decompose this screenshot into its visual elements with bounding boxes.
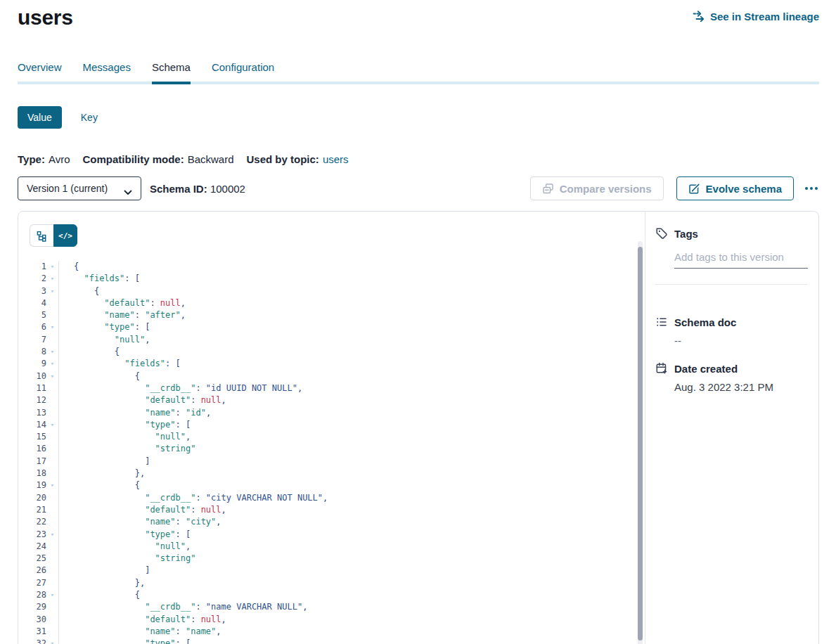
- line-number: 10: [30, 371, 46, 382]
- code-line: 6▾ "type": [: [30, 321, 635, 333]
- code-text: "type": [: [58, 419, 635, 431]
- fold-toggle-icon[interactable]: ▾: [46, 419, 58, 431]
- line-number: 17: [30, 456, 46, 468]
- code-line: 5 "name": "after",: [30, 309, 635, 321]
- line-number: 29: [30, 601, 46, 613]
- fold-toggle-icon: [46, 626, 58, 638]
- fold-toggle-icon[interactable]: ▾: [46, 638, 58, 644]
- schema-sidebar: Tags Schema doc --: [645, 212, 818, 644]
- lineage-link-label: See in Stream lineage: [710, 11, 819, 22]
- code-line: 7 "null",: [30, 334, 635, 346]
- code-line: 17 ]: [30, 456, 635, 468]
- code-text: },: [58, 468, 635, 479]
- line-number: 26: [30, 565, 46, 577]
- more-options-button[interactable]: [804, 183, 819, 194]
- fold-toggle-icon: [46, 297, 58, 309]
- code-text: ]: [58, 456, 635, 468]
- code-line: 10▾ {: [30, 371, 635, 382]
- line-number: 18: [30, 468, 46, 479]
- line-number: 31: [30, 626, 46, 638]
- code-line: 8▾ {: [30, 346, 635, 358]
- schema-doc-section: Schema doc --: [655, 316, 807, 347]
- code-text: "null",: [58, 431, 635, 443]
- code-text: "__crdb__": "name VARCHAR NULL",: [58, 601, 635, 613]
- tab-overview[interactable]: Overview: [18, 61, 62, 82]
- see-in-stream-lineage-link[interactable]: See in Stream lineage: [692, 10, 819, 23]
- line-number: 21: [30, 504, 46, 516]
- fold-toggle-icon: [46, 407, 58, 419]
- evolve-schema-label: Evolve schema: [706, 183, 782, 195]
- line-number: 22: [30, 516, 46, 528]
- fold-toggle-icon: [46, 468, 58, 479]
- code-text: ]: [58, 565, 635, 577]
- code-line: 16 "string": [30, 443, 635, 455]
- line-number: 1: [30, 261, 46, 273]
- version-select[interactable]: Version 1 (current): [18, 176, 141, 200]
- code-text: {: [58, 261, 635, 273]
- key-tab-button[interactable]: Key: [81, 112, 98, 123]
- fold-toggle-icon: [46, 456, 58, 468]
- code-line: 20 "__crdb__": "city VARCHAR NOT NULL",: [30, 492, 635, 504]
- date-created-header: Date created: [655, 362, 807, 375]
- tree-view-button[interactable]: [30, 224, 53, 247]
- line-number: 15: [30, 431, 46, 443]
- code-text: "__crdb__": "id UUID NOT NULL",: [58, 382, 635, 394]
- line-number: 14: [30, 419, 46, 431]
- tags-title: Tags: [674, 228, 698, 240]
- tab-configuration[interactable]: Configuration: [212, 61, 274, 82]
- fold-toggle-icon[interactable]: ▾: [46, 529, 58, 541]
- edit-icon: [688, 183, 700, 195]
- schema-actions: Compare versions Evolve schema: [530, 176, 819, 200]
- calendar-plus-icon: [655, 362, 668, 375]
- date-created-title: Date created: [674, 363, 738, 375]
- code-text: {: [58, 346, 635, 358]
- compare-versions-button[interactable]: Compare versions: [530, 176, 664, 200]
- fold-toggle-icon: [46, 394, 58, 406]
- code-text: "default": null,: [58, 504, 635, 516]
- page-title: users: [18, 4, 73, 31]
- fold-toggle-icon[interactable]: ▾: [46, 261, 58, 273]
- code-line: 22 "name": "city",: [30, 516, 635, 528]
- schema-meta-row: Type: Avro Compatibility mode: Backward …: [18, 153, 819, 165]
- fold-toggle-icon[interactable]: ▾: [46, 479, 58, 491]
- line-number: 19: [30, 479, 46, 491]
- sidebar-divider: [655, 284, 807, 285]
- schema-doc-title: Schema doc: [674, 316, 736, 328]
- code-text: {: [58, 285, 635, 297]
- code-line: 25 "string": [30, 553, 635, 565]
- schema-code-panel: </> 1▾{2▾ "fields": [3▾ {4 "default": nu…: [18, 212, 645, 644]
- fold-toggle-icon: [46, 309, 58, 321]
- code-text: "null",: [58, 541, 635, 553]
- code-text: "string": [58, 553, 635, 565]
- fold-toggle-icon[interactable]: ▾: [46, 358, 58, 370]
- fold-toggle-icon[interactable]: ▾: [46, 371, 58, 382]
- page-header: users See in Stream lineage: [18, 4, 819, 31]
- used-by-topic-label: Used by topic:: [247, 153, 319, 165]
- code-line: 28▾ {: [30, 589, 635, 601]
- fold-toggle-icon[interactable]: ▾: [46, 589, 58, 601]
- fold-toggle-icon: [46, 565, 58, 577]
- code-text: "type": [: [58, 321, 635, 333]
- fold-toggle-icon[interactable]: ▾: [46, 285, 58, 297]
- tab-schema[interactable]: Schema: [152, 61, 191, 84]
- code-line: 21 "default": null,: [30, 504, 635, 516]
- code-view-button[interactable]: </>: [53, 224, 77, 247]
- line-number: 13: [30, 407, 46, 419]
- code-line: 23▾ "type": [: [30, 529, 635, 541]
- code-text: "name": "id",: [58, 407, 635, 419]
- fold-toggle-icon: [46, 492, 58, 504]
- fold-toggle-icon[interactable]: ▾: [46, 321, 58, 333]
- code-text: {: [58, 371, 635, 382]
- line-number: 8: [30, 346, 46, 358]
- add-tags-input[interactable]: [674, 251, 808, 269]
- line-number: 20: [30, 492, 46, 504]
- fold-toggle-icon[interactable]: ▾: [46, 346, 58, 358]
- fold-toggle-icon[interactable]: ▾: [46, 273, 58, 285]
- code-text: "__crdb__": "city VARCHAR NOT NULL",: [58, 492, 635, 504]
- code-text: "fields": [: [58, 358, 635, 370]
- value-tab-button[interactable]: Value: [18, 106, 62, 129]
- code-scrollbar-thumb[interactable]: [638, 247, 643, 640]
- used-by-topic-link[interactable]: users: [323, 153, 349, 165]
- tab-messages[interactable]: Messages: [83, 61, 131, 82]
- evolve-schema-button[interactable]: Evolve schema: [676, 176, 794, 200]
